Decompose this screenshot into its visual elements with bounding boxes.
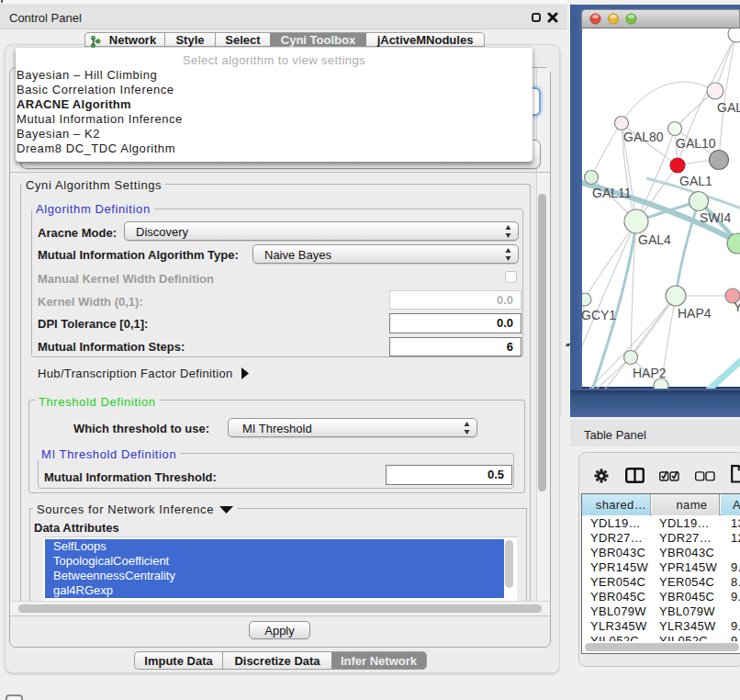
svg-text:GAL2: GAL2 bbox=[717, 100, 740, 115]
svg-text:HAP2: HAP2 bbox=[633, 366, 667, 380]
svg-text:HAP4: HAP4 bbox=[678, 306, 712, 321]
svg-text:Y: Y bbox=[734, 299, 740, 314]
svg-text:GAL4: GAL4 bbox=[638, 232, 671, 247]
svg-text:GAL11: GAL11 bbox=[592, 186, 632, 200]
svg-text:GCY1: GCY1 bbox=[582, 308, 616, 322]
svg-text:GAL10: GAL10 bbox=[676, 136, 716, 151]
svg-text:GAL1: GAL1 bbox=[679, 174, 712, 188]
svg-text:GAL80: GAL80 bbox=[623, 130, 664, 144]
svg-text:SWI4: SWI4 bbox=[700, 210, 731, 225]
